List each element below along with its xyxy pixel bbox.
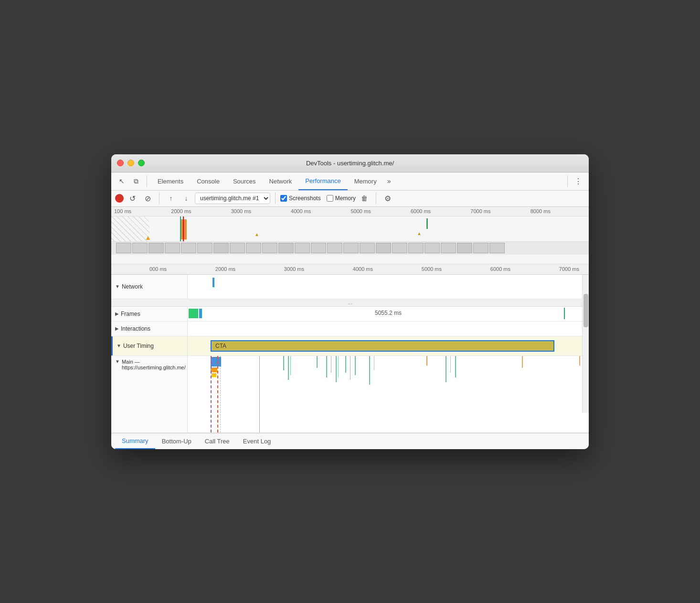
tab-bottom-up[interactable]: Bottom-Up <box>155 433 198 449</box>
network-track-label[interactable]: ▼ Network <box>111 275 188 299</box>
overview-green-dot-far <box>426 218 428 229</box>
memory-checkbox[interactable] <box>327 195 333 202</box>
interactions-track-content[interactable] <box>188 322 589 336</box>
more-options-icon[interactable]: ⋮ <box>572 174 585 188</box>
ruler-label-0: 100 ms <box>114 208 131 214</box>
main-ruler-3: 4000 ms <box>353 266 373 272</box>
screenshot-thumb-2 <box>148 243 164 253</box>
overview-orange-bar <box>181 219 187 239</box>
window-title: DevTools - usertiming.glitch.me/ <box>306 160 394 167</box>
main-green-7 <box>331 356 331 373</box>
record-button[interactable] <box>115 194 124 203</box>
tab-network[interactable]: Network <box>263 172 299 190</box>
tab-elements[interactable]: Elements <box>151 172 190 190</box>
screenshot-thumb-10 <box>278 243 294 253</box>
main-tabs: Elements Console Sources Network Perform… <box>151 172 563 190</box>
tab-console[interactable]: Console <box>190 172 226 190</box>
more-tabs-icon[interactable]: » <box>383 175 395 187</box>
frame-blue <box>199 309 202 318</box>
overview-warning-icon: ▲ <box>145 234 151 241</box>
tab-sources[interactable]: Sources <box>226 172 263 190</box>
maximize-button[interactable] <box>138 160 145 166</box>
screenshot-thumb-12 <box>311 243 326 253</box>
main-ruler-5: 6000 ms <box>490 266 510 272</box>
trash-button[interactable]: 🗑 <box>358 192 371 205</box>
reload-button[interactable]: ↺ <box>126 192 139 205</box>
upload-button[interactable]: ↑ <box>164 192 178 205</box>
main-ruler-4: 5000 ms <box>422 266 442 272</box>
main-thread-track-label[interactable]: ▼ Main — https://usertiming.glitch.me/ <box>111 356 188 432</box>
tab-summary[interactable]: Summary <box>115 433 155 449</box>
frames-track-label[interactable]: ▶ Frames <box>111 307 188 321</box>
performance-toolbar: ↺ ⊘ ↑ ↓ usertiming.glitch.me #1 Screensh… <box>111 191 589 207</box>
main-green-9 <box>338 356 339 377</box>
clear-button[interactable]: ⊘ <box>141 192 154 205</box>
main-ruler-6: 7000 ms <box>559 266 579 272</box>
devtools-main-area: ▼ Network ... ▶ Frames <box>111 275 589 449</box>
memory-checkbox-label[interactable]: Memory <box>327 195 356 202</box>
screenshots-checkbox-label[interactable]: Screenshots <box>280 195 321 202</box>
main-green-8 <box>336 356 337 382</box>
tab-performance[interactable]: Performance <box>298 172 347 190</box>
main-orange-1 <box>426 356 427 366</box>
download-button[interactable]: ↓ <box>180 192 193 205</box>
tab-call-tree[interactable]: Call Tree <box>198 433 236 449</box>
overview-triangle-3: ▲ <box>417 231 422 236</box>
main-ruler-0: 000 ms <box>149 266 167 272</box>
main-green-12 <box>355 356 356 375</box>
profile-selector[interactable]: usertiming.glitch.me #1 <box>195 193 270 204</box>
frames-track-content[interactable]: 5055.2 ms <box>188 307 589 321</box>
screenshots-checkbox[interactable] <box>280 195 287 202</box>
network-track-row: ▼ Network <box>111 275 589 299</box>
minimize-button[interactable] <box>127 160 134 166</box>
ruler-label-2: 3000 ms <box>231 208 251 214</box>
interactions-collapse-icon: ▶ <box>115 326 119 331</box>
ruler-label-1: 2000 ms <box>171 208 191 214</box>
screenshot-thumb-20 <box>441 243 456 253</box>
separator-row[interactable]: ... <box>111 299 589 307</box>
screenshot-thumb-11 <box>295 243 310 253</box>
cta-timing-bar[interactable]: CTA <box>211 340 554 352</box>
screenshot-thumb-6 <box>213 243 229 253</box>
network-track-content[interactable] <box>188 275 589 299</box>
main-thread-track-row: ▼ Main — https://usertiming.glitch.me/ <box>111 356 589 433</box>
close-button[interactable] <box>117 160 124 166</box>
screenshot-thumb-5 <box>197 243 212 253</box>
ruler-labels-top: 100 ms 2000 ms 3000 ms 4000 ms 5000 ms 6… <box>114 208 551 214</box>
main-green-15 <box>445 356 446 382</box>
layers-icon[interactable]: ⧉ <box>129 174 143 188</box>
overview-triangle-2: ▲ <box>255 232 259 237</box>
main-thread-track-content[interactable] <box>188 356 589 432</box>
tracks-container: ▼ Network ... ▶ Frames <box>111 275 589 433</box>
frame-green <box>189 309 198 318</box>
overview-bars-area[interactable]: ▲ ▲ ▲ <box>111 216 589 255</box>
main-green-13 <box>369 356 370 385</box>
cta-label: CTA <box>215 343 226 349</box>
user-timing-track-row: ▼ User Timing CTA <box>111 336 589 356</box>
user-timing-track-content[interactable]: CTA <box>188 336 589 355</box>
main-green-10 <box>345 356 346 373</box>
pointer-icon[interactable]: ↖ <box>115 174 128 188</box>
main-thread-collapse-icon: ▼ <box>115 359 120 364</box>
screenshot-thumb-7 <box>230 243 245 253</box>
bottom-tab-bar: Summary Bottom-Up Call Tree Event Log <box>111 433 589 449</box>
screenshot-thumb-3 <box>165 243 180 253</box>
screenshot-thumb-9 <box>262 243 277 253</box>
screenshot-thumb-1 <box>132 243 148 253</box>
main-task-yellow <box>212 373 216 377</box>
user-timing-track-label[interactable]: ▼ User Timing <box>111 336 188 355</box>
settings-button[interactable]: ⚙ <box>381 192 394 205</box>
scrollbar-thumb[interactable] <box>583 294 588 327</box>
interactions-track-label[interactable]: ▶ Interactions <box>111 322 188 336</box>
frames-collapse-icon: ▶ <box>115 311 119 316</box>
tab-memory[interactable]: Memory <box>348 172 383 190</box>
separator <box>147 175 147 187</box>
main-thread-label-text: Main — https://usertiming.glitch.me/ <box>122 359 186 370</box>
scrollbar-track[interactable] <box>582 275 589 413</box>
timeline-overview: 100 ms 2000 ms 3000 ms 4000 ms 5000 ms 6… <box>111 207 589 264</box>
screenshot-thumb-22 <box>473 243 488 253</box>
interactions-label-text: Interactions <box>121 325 150 332</box>
separator2 <box>567 175 568 187</box>
screenshot-thumb-18 <box>408 243 424 253</box>
tab-event-log[interactable]: Event Log <box>236 433 278 449</box>
